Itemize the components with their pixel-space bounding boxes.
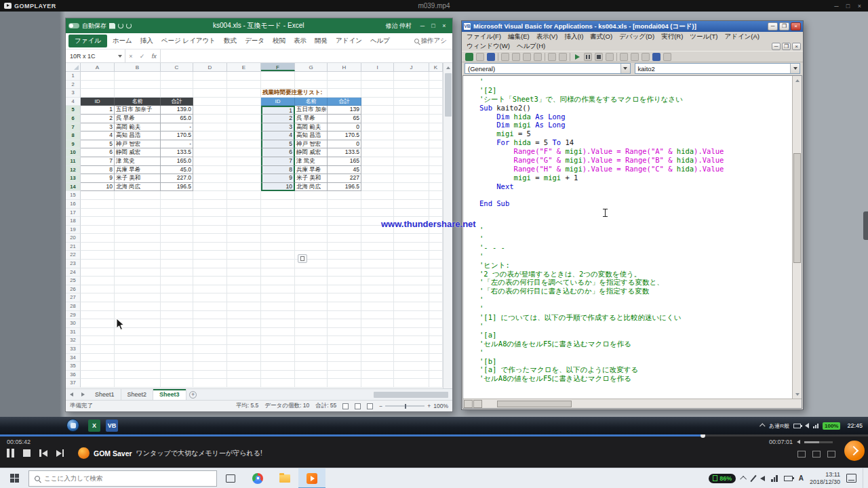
cell-K4[interactable] (429, 98, 443, 106)
cell-E35[interactable] (227, 362, 261, 371)
cell-J26[interactable] (394, 285, 429, 294)
cell-A24[interactable] (81, 268, 115, 277)
cell-H1[interactable] (328, 72, 361, 81)
cell-E30[interactable] (227, 319, 261, 328)
save-icon[interactable] (487, 53, 495, 61)
battery-saver-badge[interactable]: 86% (709, 474, 736, 483)
cell-C20[interactable] (161, 234, 193, 243)
cell-H35[interactable] (328, 362, 361, 371)
cell-B21[interactable] (115, 243, 161, 251)
cell-J14[interactable] (394, 183, 429, 192)
cell-H33[interactable] (328, 345, 361, 354)
cell-I36[interactable] (361, 371, 394, 380)
vba-titlebar[interactable]: VB Microsoft Visual Basic for Applicatio… (462, 21, 803, 32)
cell-E2[interactable] (227, 81, 261, 89)
enter-icon[interactable]: ✓ (140, 53, 145, 60)
cell-E27[interactable] (227, 293, 261, 302)
zoom-control[interactable]: − + 100% (379, 403, 448, 409)
cell-H20[interactable] (328, 234, 361, 243)
cell-A31[interactable] (81, 328, 115, 337)
cell-B35[interactable] (115, 362, 161, 371)
network-icon[interactable] (771, 475, 778, 482)
vba-menu-item-6[interactable]: 実行(R) (658, 33, 686, 41)
cell-D3[interactable] (193, 89, 227, 98)
cell-I32[interactable] (361, 336, 394, 345)
cell-F20[interactable] (261, 234, 295, 243)
cell-K8[interactable] (429, 131, 443, 140)
cell-F36[interactable] (261, 371, 295, 380)
vba-vertical-scrollbar[interactable] (792, 76, 802, 399)
procedure-dropdown[interactable]: kaito2 (635, 63, 801, 74)
cell-D19[interactable] (193, 226, 227, 235)
cell-F32[interactable] (261, 336, 295, 345)
cell-E32[interactable] (227, 336, 261, 345)
pause-button[interactable] (7, 449, 14, 458)
cell-D6[interactable] (193, 115, 227, 123)
excel-horizontal-scrollbar[interactable] (200, 389, 452, 400)
search-input[interactable] (44, 474, 211, 482)
help-icon[interactable] (663, 53, 671, 61)
row-header-15[interactable]: 15 (66, 191, 81, 200)
cell-C19[interactable] (161, 226, 193, 235)
cell-A16[interactable] (81, 200, 115, 209)
cell-I35[interactable] (361, 362, 394, 371)
formula-input[interactable] (161, 49, 452, 62)
cell-I12[interactable] (361, 166, 394, 175)
cell-A8[interactable]: 4 (81, 131, 115, 140)
cell-A35[interactable] (81, 362, 115, 371)
cell-E16[interactable] (227, 200, 261, 209)
cell-D27[interactable] (193, 293, 227, 302)
cell-D36[interactable] (193, 371, 227, 380)
cell-F1[interactable] (261, 72, 295, 81)
cell-A5[interactable]: 1 (81, 106, 115, 115)
cell-E20[interactable] (227, 234, 261, 243)
save-icon[interactable] (109, 23, 115, 29)
cell-J17[interactable] (394, 209, 429, 218)
tell-me-search[interactable]: 操作アシ (414, 37, 450, 45)
cell-F27[interactable] (261, 293, 295, 302)
hscroll-thumb[interactable] (497, 401, 572, 407)
cell-H7[interactable]: 0 (328, 123, 361, 132)
procedure-view-button[interactable] (464, 400, 473, 408)
cell-D23[interactable] (193, 260, 227, 268)
cell-G12[interactable]: 兵庫 早希 (295, 166, 328, 175)
design-mode-icon[interactable] (606, 53, 614, 61)
cell-B13[interactable]: 米子 美和 (115, 174, 161, 183)
start-button[interactable] (0, 468, 28, 488)
cell-D9[interactable] (193, 140, 227, 149)
cell-G2[interactable] (295, 81, 328, 89)
fx-icon[interactable]: fx (152, 53, 157, 60)
cell-B6[interactable]: 呉 早希 (115, 115, 161, 123)
cell-K9[interactable] (429, 140, 443, 149)
zoom-slider[interactable] (385, 405, 425, 407)
cell-D4[interactable] (193, 98, 227, 106)
cell-I17[interactable] (361, 209, 394, 218)
cell-E18[interactable] (227, 217, 261, 226)
cell-E37[interactable] (227, 379, 261, 388)
ribbon-tab-0[interactable]: ファイル (68, 35, 107, 47)
cell-C21[interactable] (161, 243, 193, 251)
cell-A27[interactable] (81, 293, 115, 302)
panel-open-button[interactable] (844, 441, 865, 461)
cell-D1[interactable] (193, 72, 227, 81)
cell-A18[interactable] (81, 217, 115, 226)
cell-E10[interactable] (227, 148, 261, 157)
cell-I9[interactable] (361, 140, 394, 149)
cell-A25[interactable] (81, 277, 115, 285)
cell-I6[interactable] (361, 115, 394, 123)
cell-K36[interactable] (429, 371, 443, 380)
code-window-minimize-button[interactable]: ─ (772, 43, 781, 50)
cell-I3[interactable] (361, 89, 394, 98)
cell-I37[interactable] (361, 379, 394, 388)
cell-H9[interactable]: 0 (328, 140, 361, 149)
next-sheet-icon[interactable] (81, 392, 85, 396)
cell-J33[interactable] (394, 345, 429, 354)
cell-J34[interactable] (394, 354, 429, 363)
cell-C32[interactable] (161, 336, 193, 345)
cell-C16[interactable] (161, 200, 193, 209)
cell-H22[interactable] (328, 251, 361, 260)
cell-G36[interactable] (295, 371, 328, 380)
video-ime-status[interactable]: あ連R般 (769, 422, 789, 430)
cell-H34[interactable] (328, 354, 361, 363)
cell-J2[interactable] (394, 81, 429, 89)
